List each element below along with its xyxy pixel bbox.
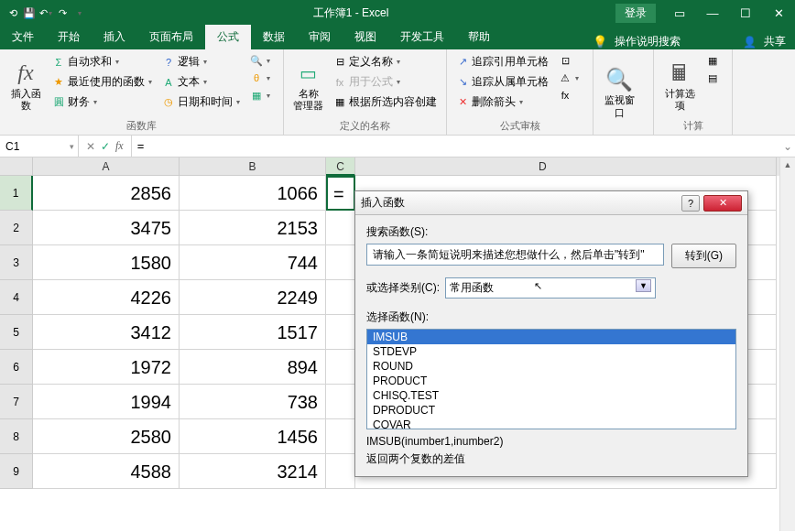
tab-view[interactable]: 视图: [343, 25, 388, 49]
col-header-c[interactable]: C: [326, 157, 355, 176]
fx-icon[interactable]: fx: [115, 139, 124, 153]
remove-arrows-button[interactable]: ✕删除箭头▾: [452, 92, 552, 112]
cell[interactable]: 1580: [33, 245, 180, 280]
category-select[interactable]: 常用函数 ↖: [445, 277, 656, 299]
use-in-formula-button[interactable]: fx用于公式▾: [330, 72, 441, 92]
cell[interactable]: 1066: [180, 176, 326, 211]
minimize-icon[interactable]: —: [696, 0, 729, 26]
tab-file[interactable]: 文件: [0, 25, 46, 49]
cell[interactable]: 894: [180, 350, 326, 385]
name-box[interactable]: C1: [0, 136, 79, 157]
function-list-item[interactable]: IMSUB: [367, 330, 735, 344]
go-button[interactable]: 转到(G): [671, 244, 736, 268]
cell[interactable]: 3412: [33, 315, 180, 350]
cell[interactable]: 4588: [33, 454, 180, 489]
qat-more-icon[interactable]: ▾: [71, 5, 86, 20]
function-list-item[interactable]: ROUND: [367, 359, 735, 374]
close-icon[interactable]: ✕: [762, 0, 795, 26]
row-header[interactable]: 1: [0, 176, 33, 211]
cell[interactable]: [326, 315, 355, 350]
scroll-up-icon[interactable]: ▲: [780, 157, 795, 173]
cell[interactable]: [326, 385, 355, 419]
tab-home[interactable]: 开始: [46, 25, 92, 49]
cell[interactable]: =: [326, 176, 355, 211]
function-list-item[interactable]: STDEVP: [367, 344, 735, 359]
recent-button[interactable]: ★最近使用的函数▾: [49, 72, 156, 92]
cell[interactable]: 1456: [180, 419, 326, 454]
tab-data[interactable]: 数据: [251, 25, 297, 49]
dialog-close-button[interactable]: ✕: [703, 195, 742, 212]
row-header[interactable]: 3: [0, 245, 33, 280]
math-button[interactable]: θ▾: [246, 70, 274, 86]
tab-formula[interactable]: 公式: [205, 25, 251, 49]
cell[interactable]: [326, 350, 355, 385]
function-list-item[interactable]: COVAR: [367, 418, 735, 429]
row-header[interactable]: 5: [0, 315, 33, 350]
financial-button[interactable]: 圓财务▾: [49, 92, 156, 112]
autosave-icon[interactable]: ⟲: [5, 5, 20, 20]
trace-dependents-button[interactable]: ↘追踪从属单元格: [452, 72, 552, 92]
name-manager-button[interactable]: ▭ 名称 管理器: [289, 52, 327, 118]
calc-sheet-button[interactable]: ▤: [702, 70, 723, 86]
tab-layout[interactable]: 页面布局: [137, 25, 205, 49]
cell[interactable]: [326, 280, 355, 315]
redo-icon[interactable]: ↷: [55, 5, 70, 20]
calc-now-button[interactable]: ▦: [702, 52, 723, 69]
define-name-button[interactable]: ⊟定义名称▾: [330, 52, 441, 71]
cell[interactable]: 2249: [180, 280, 326, 315]
cell[interactable]: 1517: [180, 315, 326, 350]
error-check-button[interactable]: ⚠▾: [555, 70, 583, 86]
maximize-icon[interactable]: ☐: [729, 0, 762, 26]
function-list-item[interactable]: PRODUCT: [367, 374, 735, 388]
accept-formula-icon[interactable]: ✓: [101, 140, 110, 153]
show-formulas-button[interactable]: ⊡: [555, 52, 583, 69]
cancel-formula-icon[interactable]: ✕: [86, 140, 95, 153]
cell[interactable]: 3214: [180, 454, 326, 489]
undo-icon[interactable]: ↶▾: [38, 5, 53, 20]
row-header[interactable]: 6: [0, 350, 33, 385]
trace-precedents-button[interactable]: ↗追踪引用单元格: [452, 52, 552, 71]
ribbon-options-icon[interactable]: ▭: [663, 0, 696, 26]
col-header-a[interactable]: A: [33, 157, 180, 176]
vertical-scrollbar[interactable]: ▲: [779, 157, 795, 531]
row-header[interactable]: 7: [0, 385, 33, 419]
cell[interactable]: 4226: [33, 280, 180, 315]
formula-expand-icon[interactable]: ⌄: [779, 140, 795, 153]
tab-review[interactable]: 审阅: [297, 25, 343, 49]
datetime-button[interactable]: ◷日期和时间▾: [158, 92, 244, 112]
cell[interactable]: [326, 419, 355, 454]
login-button[interactable]: 登录: [615, 4, 656, 23]
row-header[interactable]: 8: [0, 419, 33, 454]
formula-input[interactable]: [137, 139, 774, 153]
logical-button[interactable]: ?逻辑▾: [158, 52, 244, 71]
autosum-button[interactable]: Σ自动求和▾: [49, 52, 156, 71]
cell[interactable]: [326, 454, 355, 489]
row-header[interactable]: 2: [0, 211, 33, 245]
tab-help[interactable]: 帮助: [456, 25, 502, 49]
calc-options-button[interactable]: 🖩 计算选项: [659, 52, 700, 118]
tell-me[interactable]: 操作说明搜索: [615, 34, 681, 49]
save-icon[interactable]: 💾: [22, 5, 37, 20]
cell[interactable]: 1972: [33, 350, 180, 385]
select-all-corner[interactable]: [0, 157, 33, 176]
function-list-item[interactable]: CHISQ.TEST: [367, 388, 735, 403]
create-from-selection-button[interactable]: ▦根据所选内容创建: [330, 92, 441, 112]
cell[interactable]: 3475: [33, 211, 180, 245]
col-header-b[interactable]: B: [180, 157, 326, 176]
row-header[interactable]: 4: [0, 280, 33, 315]
function-list-item[interactable]: DPRODUCT: [367, 403, 735, 418]
cell[interactable]: 2153: [180, 211, 326, 245]
text-button[interactable]: A文本▾: [158, 72, 244, 92]
lookup-button[interactable]: 🔍▾: [246, 52, 274, 69]
tab-dev[interactable]: 开发工具: [388, 25, 456, 49]
dialog-help-button[interactable]: ?: [681, 195, 700, 212]
tab-insert[interactable]: 插入: [92, 25, 137, 49]
row-header[interactable]: 9: [0, 454, 33, 489]
col-header-d[interactable]: D: [355, 157, 777, 176]
cell[interactable]: 1994: [33, 385, 180, 419]
function-list[interactable]: IMSUBSTDEVPROUNDPRODUCTCHISQ.TESTDPRODUC…: [366, 329, 736, 429]
cell[interactable]: 738: [180, 385, 326, 419]
evaluate-button[interactable]: fx: [555, 87, 583, 103]
insert-function-button[interactable]: fx 插入函数: [5, 52, 46, 118]
cell[interactable]: 744: [180, 245, 326, 280]
